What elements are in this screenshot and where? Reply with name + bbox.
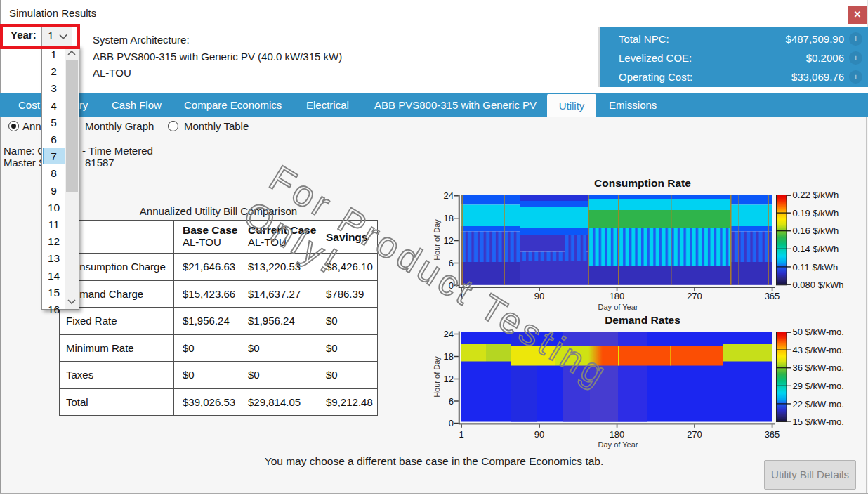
svg-text:24: 24 (444, 190, 454, 201)
svg-text:365: 365 (765, 291, 780, 301)
svg-text:18: 18 (444, 213, 454, 223)
svg-text:180: 180 (610, 291, 625, 301)
svg-text:270: 270 (687, 429, 702, 440)
svg-text:15 $/kW-mo.: 15 $/kW-mo. (793, 417, 844, 427)
svg-text:6: 6 (449, 258, 454, 268)
svg-text:Hour of Day: Hour of Day (433, 356, 441, 398)
svg-text:0: 0 (449, 418, 454, 428)
svg-text:0.080 $/kWh: 0.080 $/kWh (793, 280, 844, 290)
svg-text:180: 180 (610, 429, 625, 440)
svg-text:Day of Year: Day of Year (598, 440, 638, 449)
svg-text:18: 18 (444, 351, 454, 362)
svg-text:43 $/kW-mo.: 43 $/kW-mo. (793, 345, 844, 355)
svg-text:0.16 $/kWh: 0.16 $/kWh (793, 225, 839, 236)
svg-text:90: 90 (534, 291, 544, 301)
svg-text:24: 24 (444, 329, 454, 339)
svg-text:0.11 $/kWh: 0.11 $/kWh (793, 262, 839, 273)
svg-text:22 $/kW-mo.: 22 $/kW-mo. (793, 399, 844, 409)
svg-text:Demand Rates: Demand Rates (605, 314, 680, 326)
svg-text:90: 90 (534, 429, 544, 440)
svg-text:270: 270 (687, 291, 702, 301)
svg-text:36 $/kW-mo.: 36 $/kW-mo. (793, 362, 844, 373)
svg-text:1: 1 (459, 429, 463, 440)
svg-text:Hour of Day: Hour of Day (433, 219, 441, 261)
svg-text:365: 365 (765, 429, 780, 440)
svg-text:1: 1 (459, 291, 463, 301)
svg-text:12: 12 (444, 374, 454, 384)
svg-text:12: 12 (444, 235, 454, 246)
svg-text:0.22 $/kWh: 0.22 $/kWh (793, 190, 839, 200)
svg-text:Consumption Rate: Consumption Rate (594, 177, 691, 189)
svg-text:50 $/kW-mo.: 50 $/kW-mo. (793, 327, 844, 337)
svg-text:0.19 $/kWh: 0.19 $/kWh (793, 208, 839, 218)
svg-text:6: 6 (449, 396, 454, 407)
svg-text:0.14 $/kWh: 0.14 $/kWh (793, 244, 839, 254)
svg-text:29 $/kW-mo.: 29 $/kW-mo. (793, 381, 844, 391)
svg-text:0: 0 (449, 280, 454, 291)
